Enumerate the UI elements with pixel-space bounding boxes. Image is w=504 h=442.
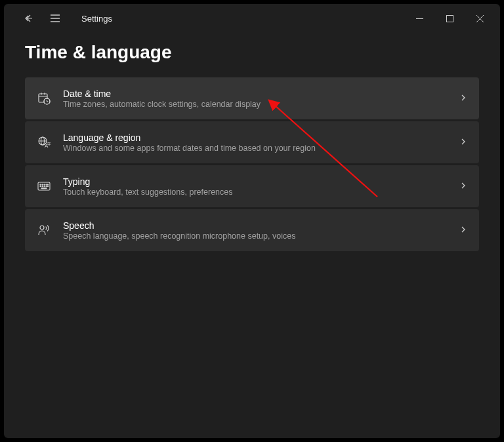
svg-point-26 bbox=[44, 186, 45, 186]
minimize-icon bbox=[416, 15, 423, 22]
speech-card[interactable]: Speech Speech language, speech recogniti… bbox=[25, 209, 479, 251]
maximize-icon bbox=[446, 15, 453, 22]
svg-point-28 bbox=[47, 186, 48, 186]
minimize-button[interactable] bbox=[404, 8, 434, 29]
menu-button[interactable] bbox=[46, 9, 64, 28]
settings-window: Settings Time & language bbox=[4, 4, 500, 438]
keyboard-icon bbox=[37, 179, 51, 193]
svg-point-27 bbox=[46, 186, 47, 186]
settings-list: Date & time Time zones, automatic clock … bbox=[25, 77, 479, 251]
close-button[interactable] bbox=[465, 8, 495, 29]
back-arrow-icon bbox=[24, 13, 34, 24]
svg-point-24 bbox=[40, 186, 41, 186]
card-subtitle: Windows and some apps format dates and t… bbox=[63, 144, 448, 153]
card-title: Speech bbox=[63, 220, 448, 231]
svg-point-25 bbox=[42, 186, 43, 186]
content-area: Time & language Date & time bbox=[4, 33, 500, 438]
card-text: Speech Speech language, speech recogniti… bbox=[63, 220, 448, 241]
typing-card[interactable]: Typing Touch keyboard, text suggestions,… bbox=[25, 165, 479, 207]
chevron-right-icon bbox=[459, 92, 467, 104]
svg-text:字: 字 bbox=[47, 142, 51, 146]
card-subtitle: Time zones, automatic clock settings, ca… bbox=[63, 100, 448, 109]
globe-language-icon: A 字 bbox=[37, 135, 51, 150]
svg-rect-29 bbox=[41, 188, 47, 189]
card-text: Date & time Time zones, automatic clock … bbox=[63, 89, 448, 109]
titlebar-left: Settings bbox=[9, 9, 112, 28]
hamburger-icon bbox=[50, 14, 60, 23]
svg-rect-4 bbox=[446, 15, 453, 22]
chevron-right-icon bbox=[459, 180, 467, 192]
close-icon bbox=[476, 15, 484, 22]
chevron-right-icon bbox=[459, 224, 467, 236]
svg-point-23 bbox=[47, 184, 48, 185]
calendar-clock-icon bbox=[37, 91, 51, 106]
card-text: Typing Touch keyboard, text suggestions,… bbox=[63, 176, 448, 197]
window-controls bbox=[404, 8, 495, 29]
card-title: Date & time bbox=[63, 89, 448, 99]
svg-point-19 bbox=[40, 184, 41, 185]
card-subtitle: Speech language, speech recognition micr… bbox=[63, 231, 448, 241]
svg-point-22 bbox=[46, 184, 47, 185]
card-subtitle: Touch keyboard, text suggestions, prefer… bbox=[63, 188, 448, 197]
back-button[interactable] bbox=[20, 9, 38, 28]
chevron-right-icon bbox=[459, 136, 467, 148]
maximize-button[interactable] bbox=[434, 8, 465, 29]
card-text: Language & region Windows and some apps … bbox=[63, 132, 448, 153]
language-region-card[interactable]: A 字 Language & region Windows and some a… bbox=[25, 121, 479, 163]
page-title: Time & language bbox=[25, 42, 479, 63]
card-title: Typing bbox=[63, 176, 448, 187]
svg-point-20 bbox=[42, 184, 43, 185]
app-title: Settings bbox=[81, 14, 112, 24]
date-time-card[interactable]: Date & time Time zones, automatic clock … bbox=[25, 77, 479, 119]
svg-point-30 bbox=[40, 226, 44, 230]
speech-icon bbox=[37, 223, 51, 237]
titlebar: Settings bbox=[4, 4, 500, 33]
svg-point-21 bbox=[44, 184, 45, 185]
card-title: Language & region bbox=[63, 132, 448, 143]
